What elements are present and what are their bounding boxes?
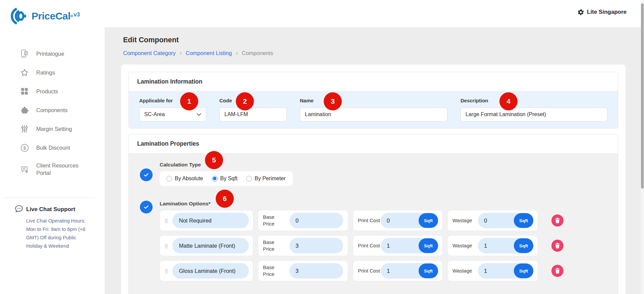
base-price-input[interactable]: 3	[289, 238, 343, 253]
scrollbar-thumb[interactable]	[641, 3, 644, 189]
delete-option-button[interactable]	[551, 240, 564, 252]
radio-icon	[212, 176, 218, 182]
breadcrumb-component-category[interactable]: Component Category	[123, 50, 176, 56]
delete-option-button[interactable]	[551, 214, 564, 227]
wastage-input[interactable]: 0 Sqft	[478, 213, 534, 228]
sidebar: PriceCal®v3 Printalogue Ratings	[0, 0, 105, 294]
wastage-input[interactable]: 1 Sqft	[478, 263, 534, 279]
print-cost-input[interactable]: 1 Sqft	[381, 263, 438, 279]
lamination-properties-section: Lamination Properties Calculation Type 5	[128, 134, 618, 294]
radio-label: By Absolute	[175, 176, 203, 182]
lamination-options-checkbox[interactable]	[140, 201, 153, 213]
description-input[interactable]: Large Format Lamination (Preset)	[461, 107, 607, 121]
star-icon	[20, 68, 29, 77]
print-cost-label: Print Cost	[358, 267, 380, 274]
grid-icon	[20, 88, 29, 95]
document-icon	[20, 165, 29, 174]
lamination-properties-body: Calculation Type 5 By Absolute By Sqft	[129, 154, 618, 294]
check-icon	[143, 172, 149, 178]
code-input[interactable]: LAM-LFM	[219, 107, 287, 121]
step-badge-6: 6	[216, 190, 234, 208]
name-label: Name	[300, 98, 314, 103]
sidebar-item-products[interactable]: Products	[0, 82, 105, 101]
print-cost-value: 0	[387, 217, 390, 224]
wastage-label: Wastage	[452, 242, 472, 249]
lamination-options-label: Lamination Options*	[160, 201, 211, 206]
sidebar-item-label: Bulk Discount	[36, 144, 70, 151]
wastage-unit-button[interactable]: Sqft	[514, 213, 533, 228]
live-chat-hours: Live Chat Operating Hours: Mon to Fri: 9…	[26, 217, 93, 250]
sidebar-item-label: Ratings	[36, 69, 55, 76]
applicable-for-select[interactable]: SC-Area	[139, 107, 206, 121]
edit-component-card: Lamination Information Applicable for 1 …	[121, 64, 626, 294]
drag-handle-icon[interactable]: ⣿	[165, 218, 168, 223]
sidebar-item-margin-setting[interactable]: Margin Setting	[0, 119, 105, 138]
delete-option-button[interactable]	[551, 265, 564, 277]
calculation-type-label: Calculation Type	[160, 162, 201, 167]
drag-handle-icon[interactable]: ⣿	[165, 268, 168, 274]
step-badge-1: 1	[180, 92, 198, 110]
description-field: Description 4 Large Format Lamination (P…	[461, 97, 607, 121]
radio-label: By Sqft	[220, 176, 238, 182]
brand-logo-icon	[10, 7, 29, 26]
step-badge-5: 5	[205, 151, 223, 169]
calculation-type-checkbox[interactable]	[140, 168, 153, 181]
radio-by-perimeter[interactable]: By Perimeter	[246, 176, 285, 182]
applicable-for-value: SC-Area	[144, 111, 165, 117]
sidebar-item-label: Margin Setting	[36, 125, 72, 133]
breadcrumb-component-listing[interactable]: Component Listing	[186, 50, 232, 56]
drag-handle-icon[interactable]: ⣿	[165, 243, 168, 248]
lamination-option-row: ⣿ Not Required Base Price 0 Print Cost	[160, 210, 564, 231]
print-cost-input[interactable]: 1 Sqft	[381, 238, 438, 253]
lamination-properties-title: Lamination Properties	[129, 134, 618, 154]
radio-by-sqft[interactable]: By Sqft	[212, 176, 238, 182]
brand-logo[interactable]: PriceCal®v3	[10, 7, 79, 26]
print-cost-value: 1	[387, 243, 390, 249]
breadcrumb-components: Components	[242, 50, 273, 56]
sidebar-nav: Printalogue Ratings Products	[0, 44, 105, 182]
brand-name: PriceCal	[32, 10, 70, 21]
trash-icon	[555, 268, 560, 274]
wastage-value: 1	[484, 243, 487, 249]
brand-registered-mark: ®	[70, 14, 73, 18]
sliders-icon	[20, 125, 29, 133]
base-price-label: Base Price	[263, 239, 280, 253]
sidebar-item-label: Client Resources Portal	[36, 162, 87, 177]
code-field: Code 2 LAM-LFM	[219, 97, 287, 121]
sidebar-item-client-resources-portal[interactable]: Client Resources Portal	[0, 157, 105, 182]
print-cost-value: 1	[387, 268, 390, 274]
option-name-input[interactable]: Not Required	[172, 213, 249, 228]
sidebar-item-components[interactable]: Components	[0, 101, 105, 119]
puzzle-icon	[20, 106, 29, 114]
name-input[interactable]: Lamination	[300, 107, 447, 121]
step-badge-4: 4	[499, 92, 518, 110]
sidebar-item-printalogue[interactable]: Printalogue	[0, 44, 105, 63]
base-price-input[interactable]: 3	[289, 263, 343, 279]
breadcrumb-separator: ›	[180, 50, 182, 56]
lamination-option-row: ⣿ Matte Laminate (Front) Base Price 3 Pr…	[160, 235, 564, 256]
lamination-information-section: Lamination Information Applicable for 1 …	[128, 72, 618, 129]
print-cost-unit-button[interactable]: Sqft	[419, 238, 438, 253]
radio-by-absolute[interactable]: By Absolute	[166, 176, 203, 182]
base-price-value: 3	[296, 243, 299, 249]
base-price-label: Base Price	[263, 264, 280, 278]
print-cost-input[interactable]: 0 Sqft	[381, 213, 438, 228]
option-name-input[interactable]: Matte Laminate (Front)	[172, 238, 249, 253]
option-name-input[interactable]: Gloss Laminate (Front)	[172, 263, 249, 279]
sidebar-item-ratings[interactable]: Ratings	[0, 63, 105, 82]
sidebar-item-bulk-discount[interactable]: $ Bulk Discount	[0, 138, 105, 157]
print-cost-unit-button[interactable]: Sqft	[419, 213, 438, 228]
sidebar-item-label: Printalogue	[36, 50, 64, 57]
base-price-input[interactable]: 0	[289, 213, 343, 228]
calculation-type-options: By Absolute By Sqft By Perimeter	[160, 171, 293, 186]
printalogue-icon	[20, 49, 29, 58]
radio-icon	[166, 176, 172, 182]
svg-text:$: $	[23, 145, 26, 150]
wastage-input[interactable]: 1 Sqft	[478, 238, 534, 253]
wastage-unit-button[interactable]: Sqft	[514, 263, 533, 278]
print-cost-unit-button[interactable]: Sqft	[419, 263, 438, 278]
tenant-selector[interactable]: Lite Singapore	[578, 9, 627, 15]
applicable-for-label: Applicable for	[139, 98, 173, 103]
live-chat-support[interactable]: Live Chat Support Live Chat Operating Ho…	[15, 205, 92, 250]
wastage-unit-button[interactable]: Sqft	[514, 238, 533, 253]
